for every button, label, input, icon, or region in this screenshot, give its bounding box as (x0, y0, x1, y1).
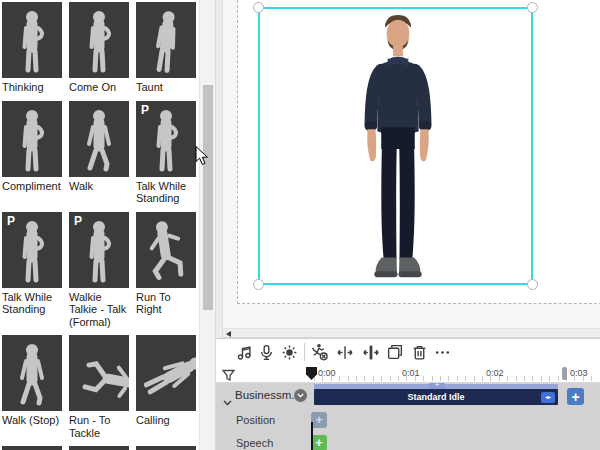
animation-item[interactable]: Run To Right (136, 212, 196, 329)
animation-thumbnail[interactable]: P (69, 212, 129, 288)
animation-thumbnail[interactable] (2, 2, 62, 78)
animation-grid: Thinking Come On Taunt Compliment (2, 2, 196, 450)
animation-thumbnail[interactable] (2, 335, 62, 411)
animation-item[interactable]: Compliment (2, 101, 62, 205)
mannequin-figure (136, 101, 196, 177)
animation-item[interactable]: P Walkie Talkie - Talk (Formal) (69, 212, 129, 329)
animation-item[interactable]: P Talk While Standing (2, 212, 62, 329)
ruler-ticks (314, 376, 600, 381)
mannequin-figure (2, 446, 62, 450)
animation-label: Come On (69, 81, 129, 94)
expand-clip-icon[interactable] (334, 341, 356, 363)
animation-label: Talk While Standing (136, 180, 196, 205)
mannequin-figure (136, 2, 196, 78)
animation-item[interactable]: Taunt (136, 2, 196, 94)
timeline-tracks: Businessm... Position Speech + Standard … (216, 383, 600, 450)
ruler-time-label: 0:01 (402, 368, 420, 378)
canvas-panel (223, 0, 600, 338)
mannequin-figure (136, 212, 196, 288)
animation-thumbnail[interactable] (69, 101, 129, 177)
animation-item[interactable]: P (136, 446, 196, 450)
library-scrollbar[interactable] (199, 0, 215, 450)
selection-handle-bottom-left[interactable] (253, 279, 264, 290)
mannequin-figure (69, 212, 129, 288)
chevron-down-icon[interactable] (223, 392, 232, 410)
scroll-left-arrow-icon[interactable] (226, 331, 231, 337)
animation-clip[interactable]: Standard Idle ◂▸ (314, 389, 558, 405)
animation-thumbnail[interactable] (69, 2, 129, 78)
animation-thumbnail[interactable]: P (136, 446, 196, 450)
stage[interactable] (237, 0, 600, 304)
animation-label: Walk (Stop) (2, 414, 62, 427)
timeline-end-marker[interactable] (562, 367, 567, 380)
animation-item[interactable]: Walk (Stop) (2, 335, 62, 439)
animation-item[interactable] (69, 446, 129, 450)
clip-label: Standard Idle (407, 392, 464, 402)
library-scrollbar-thumb[interactable] (203, 85, 213, 310)
track-label-position[interactable]: Position (236, 414, 275, 426)
animation-item[interactable]: P Talk While Standing (136, 101, 196, 205)
timeline-ruler[interactable]: 0:000:010:020:03 (216, 365, 600, 383)
animation-thumbnail[interactable] (69, 446, 129, 450)
remove-animation-icon[interactable] (308, 341, 330, 363)
panel-splitter[interactable] (215, 0, 223, 338)
mannequin-figure (69, 335, 129, 411)
delete-icon[interactable] (408, 341, 430, 363)
track-group-collapse-button[interactable] (294, 389, 307, 402)
duplicate-icon[interactable] (384, 341, 406, 363)
mannequin-figure (2, 101, 62, 177)
canvas-horizontal-scrollbar[interactable] (223, 328, 600, 338)
clip-stretch-icon[interactable]: ◂▸ (541, 392, 555, 403)
animation-label: Talk While Standing (2, 291, 62, 316)
animation-item[interactable]: Thinking (2, 2, 62, 94)
track-group-label[interactable]: Businessm... (235, 389, 301, 401)
selection-box[interactable] (258, 7, 533, 285)
toolbar-separator (304, 343, 305, 361)
add-speech-button[interactable]: + (311, 435, 327, 450)
animation-label: Taunt (136, 81, 196, 94)
animation-thumbnail[interactable] (136, 212, 196, 288)
ruler-time-label: 0:00 (318, 368, 336, 378)
animation-label: Calling (136, 414, 196, 427)
animation-thumbnail[interactable] (136, 335, 196, 411)
animation-item[interactable]: Calling (136, 335, 196, 439)
mannequin-figure (136, 335, 196, 411)
playhead-line[interactable] (311, 422, 313, 450)
stretch-clip-icon[interactable] (360, 341, 382, 363)
animation-library-panel: Thinking Come On Taunt Compliment (0, 0, 199, 450)
animation-editor-window: Thinking Come On Taunt Compliment (0, 0, 600, 450)
animation-label: Run - To Tackle (69, 414, 129, 439)
microphone-icon[interactable] (255, 341, 277, 363)
mannequin-figure (2, 335, 62, 411)
animation-item[interactable]: Run - To Tackle (69, 335, 129, 439)
animation-thumbnail[interactable] (2, 101, 62, 177)
businessman-character[interactable] (346, 11, 450, 287)
animation-item[interactable]: Come On (69, 2, 129, 94)
animation-thumbnail[interactable]: P (2, 212, 62, 288)
animation-thumbnail[interactable]: P (2, 446, 62, 450)
animation-label: Thinking (2, 81, 62, 94)
add-position-button[interactable]: + (311, 412, 327, 428)
mannequin-figure (2, 212, 62, 288)
animation-thumbnail[interactable] (69, 335, 129, 411)
animation-label: Walk (69, 180, 129, 193)
music-icon[interactable] (233, 341, 255, 363)
animation-label: Compliment (2, 180, 62, 193)
more-icon[interactable] (431, 341, 453, 363)
ruler-time-label: 0:02 (486, 368, 504, 378)
animation-item[interactable]: P (2, 446, 62, 450)
mannequin-figure (69, 101, 129, 177)
track-label-speech[interactable]: Speech (236, 437, 273, 449)
selection-handle-top-right[interactable] (527, 2, 538, 13)
selection-handle-bottom-right[interactable] (527, 279, 538, 290)
animation-thumbnail[interactable] (136, 2, 196, 78)
add-animation-button[interactable]: + (567, 388, 584, 405)
brightness-icon[interactable] (278, 341, 300, 363)
mannequin-figure (69, 446, 129, 450)
timeline-panel: 0:000:010:020:03 Businessm... Position S… (215, 338, 600, 450)
animation-thumbnail[interactable]: P (136, 101, 196, 177)
selection-handle-top-left[interactable] (253, 2, 264, 13)
animation-item[interactable]: Walk (69, 101, 129, 205)
animation-label: Walkie Talkie - Talk (Formal) (69, 291, 129, 329)
mannequin-figure (136, 446, 196, 450)
